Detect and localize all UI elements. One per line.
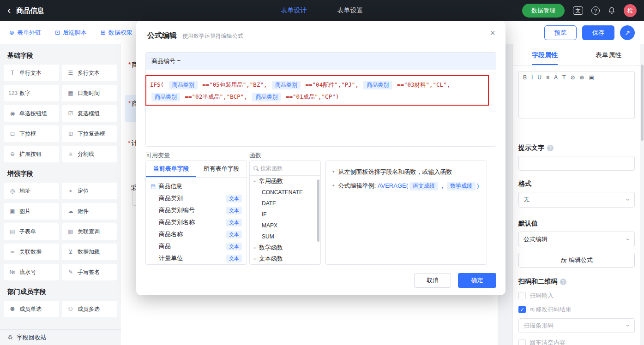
font-size-icon[interactable]: T (562, 75, 566, 80)
variable-item[interactable]: 商品类别文本 (146, 192, 247, 204)
sidebar-field-related-query[interactable]: ▥关联查询 (62, 223, 117, 240)
sidebar-field-label: 成员单选 (19, 305, 42, 313)
variable-item[interactable]: 计量单位文本 (146, 252, 247, 264)
variables-panel: 当前表单字段 所有表单字段 ▤商品信息商品类别文本商品类别编号文本商品类别名称文… (145, 161, 247, 265)
variable-name: 商品名称 (159, 230, 226, 238)
cancel-button[interactable]: 取消 (414, 273, 451, 288)
variable-item[interactable]: 商品文本 (146, 240, 247, 252)
ok-button[interactable]: 确定 (458, 273, 496, 288)
sidebar-field-member-multi[interactable]: ⚇成员多选 (62, 301, 117, 317)
formula-expression[interactable]: IFS( 商品类别 =="05包装用品","BZ", 商品类别 =="04配件"… (145, 75, 489, 106)
bold-icon[interactable]: B (523, 75, 527, 80)
function-item[interactable]: DATE (250, 198, 320, 209)
checkbox-scan-input[interactable]: 扫码输入 (518, 291, 635, 300)
checkbox-enter-clear[interactable]: 回车清空内容 (518, 339, 635, 345)
hint-help-icon[interactable]: ? (547, 145, 554, 151)
preview-button[interactable]: 预览 (544, 25, 577, 40)
field-token[interactable]: 商品类别 (169, 81, 198, 89)
functions-scrollbar-thumb[interactable] (317, 179, 319, 242)
field-recycle-bin[interactable]: ♻ 字段回收站 (0, 329, 121, 345)
tab-all-form-fields[interactable]: 所有表单字段 (196, 161, 247, 177)
language-icon[interactable]: 文 (573, 6, 583, 15)
sidebar-field-geolocation[interactable]: ⌖定位 (62, 183, 117, 199)
avatar[interactable]: 检 (624, 4, 637, 17)
save-button[interactable]: 保存 (582, 25, 614, 40)
link-icon[interactable]: ⊘ (570, 75, 575, 80)
function-item[interactable]: MAPX (250, 220, 320, 231)
variables-form-row[interactable]: ▤商品信息 (146, 180, 247, 192)
sidebar-field-image[interactable]: ▣图片 (4, 203, 59, 220)
unlink-icon[interactable]: ⊗ (579, 75, 584, 80)
tab-field-properties[interactable]: 字段属性 (513, 44, 577, 65)
function-group-name: 文本函数 (259, 255, 283, 263)
function-search-input[interactable] (260, 165, 307, 172)
function-item[interactable]: CONCATENATE (250, 187, 320, 198)
toolbar-item-backend-script[interactable]: ⊡后端脚本 (55, 29, 87, 37)
sidebar-field-attachment[interactable]: ☁附件 (62, 203, 117, 220)
tab-current-form-fields[interactable]: 当前表单字段 (146, 161, 196, 177)
close-icon[interactable]: × (490, 28, 495, 37)
bullet: • (332, 167, 335, 177)
variable-item[interactable]: 商品名称文本 (146, 228, 247, 240)
function-search[interactable] (250, 161, 320, 176)
format-select[interactable]: 无 › (518, 192, 635, 208)
function-group[interactable]: ›数学函数 (250, 242, 320, 253)
font-color-icon[interactable]: A (554, 75, 558, 80)
notification-bell-icon[interactable] (608, 7, 615, 14)
recycle-bin-label: 字段回收站 (17, 333, 47, 342)
sidebar-field-member-single[interactable]: ⚉成员单选 (4, 301, 59, 317)
toolbar-item-data-permission[interactable]: ⊞数据权限 (101, 29, 132, 37)
help-icon[interactable]: ? (591, 6, 600, 15)
field-token[interactable]: 商品类别 (252, 93, 281, 101)
tab-form-properties[interactable]: 表单属性 (577, 44, 640, 65)
page-scrollbar-thumb[interactable] (641, 65, 644, 141)
sidebar-field-multi-dropdown[interactable]: ⊞下拉复选框 (62, 125, 117, 142)
sidebar-field-single-line-text[interactable]: T单行文本 (4, 65, 59, 81)
tab-form-settings[interactable]: 表单设置 (337, 6, 363, 15)
tab-form-design[interactable]: 表单设计 (281, 6, 307, 15)
sidebar-field-divider[interactable]: ≡分割线 (62, 146, 117, 162)
sidebar-field-checkbox-group[interactable]: ☑复选框组 (62, 105, 117, 122)
field-token[interactable]: 商品类别 (151, 93, 180, 101)
function-item[interactable]: SUM (250, 231, 320, 242)
sidebar-field-data-load[interactable]: ⊻数据加载 (62, 244, 117, 260)
default-value-select[interactable]: 公式编辑 › (518, 232, 635, 247)
hint-text-input[interactable] (518, 156, 635, 171)
function-group[interactable]: ›文本函数 (250, 253, 320, 264)
function-group-name: 数学函数 (259, 244, 283, 252)
edit-formula-button[interactable]: fx 编辑公式 (518, 253, 635, 268)
sidebar-field-number[interactable]: 123数字 (4, 85, 59, 101)
scan-mode-select[interactable]: 扫描条形码 › (518, 318, 635, 333)
toolbar-item-form-external-link[interactable]: ⊚表单外链 (9, 29, 41, 37)
sidebar-field-subform[interactable]: ▤子表单 (4, 223, 59, 240)
page-scrollbar[interactable] (640, 44, 644, 345)
variable-item[interactable]: 商品类别名称文本 (146, 216, 247, 228)
field-title-editor[interactable]: BIU≡AT⊘⊗▣ (518, 71, 635, 119)
sidebar-field-serial-number[interactable]: №流水号 (4, 264, 59, 280)
geolocation-icon: ⌖ (66, 188, 75, 194)
sidebar-field-radio-group[interactable]: ◉单选按钮组 (4, 105, 59, 122)
image-icon[interactable]: ▣ (589, 75, 594, 80)
share-button[interactable]: ↗ (620, 25, 635, 40)
checkbox-modify-scan-result[interactable]: ✓可修改扫码结果 (518, 305, 635, 314)
italic-icon[interactable]: I (531, 75, 533, 80)
function-group[interactable]: ›常用函数 (250, 176, 320, 187)
scan-help-icon[interactable]: ? (560, 279, 566, 285)
sidebar-field-multi-line-text[interactable]: ☰多行文本 (62, 65, 117, 81)
code-token: =="05包装用品","BZ", (199, 81, 271, 88)
field-token[interactable]: 商品类别 (272, 81, 301, 89)
field-token[interactable]: 商品类别 (363, 81, 392, 89)
sidebar-field-related-data[interactable]: ∞关联数据 (4, 244, 59, 260)
sidebar-field-signature[interactable]: ✎手写签名 (62, 264, 117, 280)
function-item[interactable]: IF (250, 209, 320, 220)
underline-icon[interactable]: U (537, 75, 542, 80)
sidebar-field-dropdown[interactable]: ⊟下拉框 (4, 125, 59, 142)
sidebar-field-extend-button[interactable]: ⊖扩展按钮 (4, 146, 59, 162)
data-manage-button[interactable]: 数据管理 (522, 4, 565, 18)
align-icon[interactable]: ≡ (546, 75, 549, 80)
variable-item[interactable]: 商品类别编号文本 (146, 204, 247, 216)
back-icon[interactable]: ‹ (7, 6, 11, 16)
toolbar-right: 预览 保存 ↗ (544, 25, 635, 40)
sidebar-field-address[interactable]: ◎地址 (4, 183, 59, 199)
sidebar-field-datetime[interactable]: ▦日期时间 (62, 85, 117, 101)
